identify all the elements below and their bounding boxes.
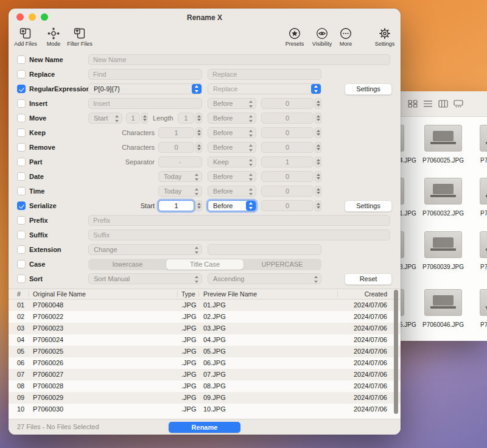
column-view-icon[interactable]: [438, 100, 448, 108]
time-checkbox[interactable]: [17, 187, 26, 195]
file-name-partial[interactable]: P7: [480, 264, 487, 270]
part-count-stepper[interactable]: 1: [261, 156, 321, 167]
date-position-dropdown[interactable]: Before: [208, 171, 256, 182]
part-mode-dropdown[interactable]: Keep: [208, 156, 256, 167]
file-thumbnail[interactable]: [424, 231, 462, 258]
file-name[interactable]: P7060032.JPG: [418, 210, 469, 217]
stepper-arrows-icon[interactable]: [315, 171, 321, 182]
serialize-offset-stepper[interactable]: 0: [261, 200, 321, 211]
case-option-title-case[interactable]: Title Case: [166, 259, 244, 270]
file-name-partial[interactable]: 8.JPG: [399, 264, 416, 270]
close-button[interactable]: [16, 13, 24, 21]
regex-pattern-combo[interactable]: P[0-9]{7}: [88, 83, 202, 94]
insert-input[interactable]: Insert: [88, 98, 202, 109]
replace-input[interactable]: Replace: [208, 69, 321, 80]
stepper-arrows-icon[interactable]: [195, 200, 202, 211]
move-position-dropdown[interactable]: Before: [208, 113, 256, 124]
keep-count-stepper[interactable]: 1: [158, 127, 202, 138]
list-view-icon[interactable]: [423, 100, 433, 108]
table-header[interactable]: # Original File Name Type Preview File N…: [9, 289, 401, 299]
sort-mode-dropdown[interactable]: Sort Manual: [88, 273, 202, 284]
table-row[interactable]: 03P7060023.JPG03.JPG2024/07/06: [9, 323, 401, 334]
regex-checkbox[interactable]: [17, 85, 26, 93]
move-start-dropdown[interactable]: Start: [88, 113, 122, 124]
case-option-lowercase[interactable]: lowercase: [89, 259, 166, 270]
move-checkbox[interactable]: [17, 114, 26, 122]
table-row[interactable]: 08P7060028.JPG08.JPG2024/07/06: [9, 380, 401, 392]
sort-direction-dropdown[interactable]: Ascending: [208, 273, 321, 284]
stepper-arrows-icon[interactable]: [195, 113, 202, 124]
insert-position-dropdown[interactable]: Before: [208, 98, 256, 109]
file-name-partial[interactable]: P7: [480, 157, 487, 164]
part-checkbox[interactable]: [17, 158, 26, 166]
regex-replace-combo[interactable]: Replace: [208, 83, 321, 94]
regex-settings-button[interactable]: Settings: [345, 83, 392, 95]
find-input[interactable]: Find: [88, 69, 202, 80]
serialize-start-stepper[interactable]: 1: [158, 200, 202, 211]
keep-offset-stepper[interactable]: 0: [261, 127, 321, 138]
more-button[interactable]: More: [332, 27, 360, 47]
serialize-settings-button[interactable]: Settings: [345, 200, 392, 212]
replace-checkbox[interactable]: [17, 70, 26, 79]
file-name[interactable]: P7060039.JPG: [418, 264, 469, 270]
remove-offset-stepper[interactable]: 0: [261, 142, 321, 153]
gallery-view-icon[interactable]: [454, 100, 463, 108]
header-created[interactable]: Created: [365, 289, 387, 299]
stepper-arrows-icon[interactable]: [315, 142, 321, 153]
stepper-arrows-icon[interactable]: [195, 142, 202, 153]
titlebar[interactable]: Rename X: [9, 9, 401, 26]
prefix-checkbox[interactable]: [17, 216, 26, 225]
case-option-uppercase[interactable]: UPPERCASE: [244, 259, 321, 270]
move-length-stepper[interactable]: 1: [178, 113, 202, 124]
file-thumbnail[interactable]: [480, 178, 487, 205]
keep-checkbox[interactable]: [17, 128, 26, 137]
combo-accent[interactable]: [192, 84, 201, 94]
remove-checkbox[interactable]: [17, 143, 26, 152]
stepper-arrows-icon[interactable]: [315, 186, 321, 197]
stepper-arrows-icon[interactable]: [315, 200, 321, 211]
table-row[interactable]: 10P7060030.JPG10.JPG2024/07/06: [9, 404, 401, 415]
new-name-input[interactable]: New Name: [88, 54, 390, 65]
file-name-partial[interactable]: 4.JPG: [399, 157, 416, 164]
insert-checkbox[interactable]: [17, 99, 26, 108]
table-row[interactable]: 02P7060022.JPG02.JPG2024/07/06: [9, 311, 401, 323]
table-row[interactable]: 07P7060027.JPG07.JPG2024/07/06: [9, 369, 401, 380]
extension-mode-dropdown[interactable]: Change: [88, 244, 202, 255]
stepper-arrows-icon[interactable]: [141, 113, 148, 124]
suffix-input[interactable]: Suffix: [88, 229, 390, 240]
add-files-button[interactable]: Add Files: [12, 27, 40, 47]
table-row[interactable]: 06P7060026.JPG06.JPG2024/07/06: [9, 357, 401, 369]
prefix-input[interactable]: Prefix: [88, 215, 390, 226]
case-checkbox[interactable]: [17, 260, 26, 268]
date-checkbox[interactable]: [17, 172, 26, 181]
file-name[interactable]: P7060025.JPG: [418, 157, 469, 164]
table-row[interactable]: 01P7060048.JPG01.JPG2024/07/06: [9, 299, 401, 311]
date-value-dropdown[interactable]: Today: [158, 171, 202, 182]
file-thumbnail[interactable]: [480, 125, 487, 152]
stepper-arrows-icon[interactable]: [315, 113, 321, 124]
time-position-dropdown[interactable]: Before: [208, 186, 256, 197]
table-row[interactable]: 04P7060024.JPG04.JPG2024/07/06: [9, 334, 401, 346]
file-thumbnail[interactable]: [424, 125, 462, 152]
header-original-file-name[interactable]: Original File Name: [33, 289, 86, 299]
file-name-partial[interactable]: P7: [480, 210, 487, 217]
rename-button[interactable]: Rename: [169, 422, 240, 433]
file-name-partial[interactable]: 5.JPG: [399, 321, 416, 328]
presets-button[interactable]: Presets: [281, 27, 309, 47]
header-preview-file-name[interactable]: Preview File Name: [203, 289, 257, 299]
file-name-partial[interactable]: 1.JPG: [399, 210, 416, 217]
table-row[interactable]: 09P7060029.JPG09.JPG2024/07/06: [9, 392, 401, 404]
table-scrollbar[interactable]: [394, 290, 398, 414]
stepper-arrows-icon[interactable]: [315, 98, 321, 109]
sort-reset-button[interactable]: Reset: [345, 273, 392, 285]
filter-files-button[interactable]: Filter Files: [66, 27, 94, 47]
header-num[interactable]: #: [17, 289, 21, 299]
time-offset-stepper[interactable]: 0: [261, 186, 321, 197]
remove-count-stepper[interactable]: 0: [158, 142, 202, 153]
minimize-button[interactable]: [29, 13, 36, 21]
part-separator-input[interactable]: -: [158, 156, 202, 167]
serialize-position-dropdown[interactable]: Before: [208, 200, 256, 211]
sort-checkbox[interactable]: [17, 275, 26, 283]
stepper-arrows-icon[interactable]: [195, 127, 202, 138]
move-offset-stepper[interactable]: 0: [261, 113, 321, 124]
